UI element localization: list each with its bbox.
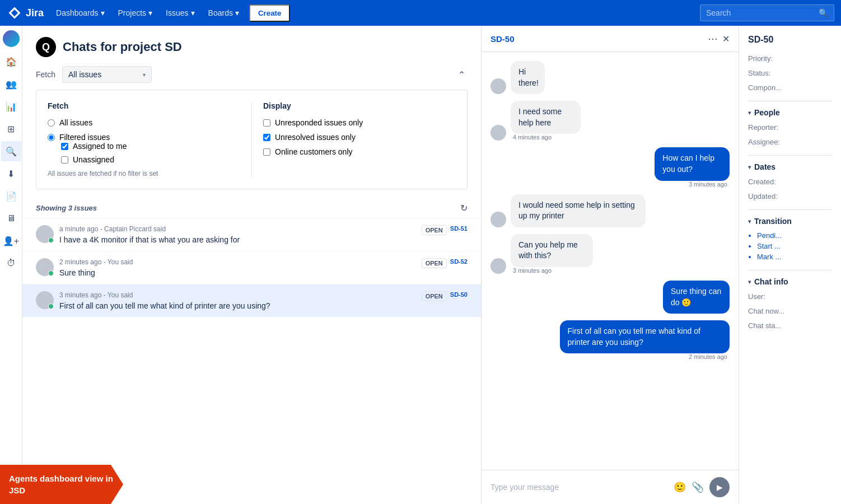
jira-logo[interactable]: Jira [7,5,44,21]
chevron-down-icon: ▾ [101,8,105,17]
online-label: Online customers only [275,147,353,156]
nav-boards[interactable]: Boards ▾ [203,0,245,26]
nav-issues[interactable]: Issues ▾ [160,0,200,26]
unassigned-checkbox[interactable]: Unassigned [61,155,240,164]
avatar [36,291,54,309]
issues-panel: Q Chats for project SD Fetch All issues … [22,26,482,504]
transition-item[interactable]: Mark ... [757,253,832,261]
issue-badges: OPEN SD-51 [422,225,468,235]
issue-item[interactable]: a minute ago - Captain Piccard said I ha… [22,218,481,251]
sidebar-item-clock[interactable]: ⏱ [1,253,21,273]
collapse-button[interactable]: ⌃ [456,67,468,82]
close-icon[interactable]: ✕ [722,34,730,44]
all-issues-radio[interactable]: All issues [48,118,240,127]
component-field: Compon... [748,83,832,92]
message-time: 4 minutes ago [511,134,604,141]
chat-header: SD-50 ⋯ ✕ [482,26,739,52]
avatar[interactable] [3,30,20,47]
issue-badges: OPEN SD-52 [422,258,468,268]
priority-field: Priority: [748,54,832,63]
create-button[interactable]: Create [249,4,291,22]
issue-item[interactable]: 3 minutes ago - You said First of all ca… [22,284,481,317]
unresponded-checkbox[interactable]: Unresponded issues only [263,118,456,127]
dates-section-header[interactable]: ▾ Dates [748,162,832,171]
assignee-field: Assignee: [748,137,832,146]
created-field: Created: [748,177,832,186]
page-icon: Q [36,37,56,57]
nav-projects[interactable]: Projects ▾ [113,0,158,26]
send-button[interactable]: ▶ [709,477,730,497]
unresolved-checkbox-input[interactable] [263,134,270,141]
assignee-label: Assignee: [748,138,780,146]
message-bubble: I need some help here [511,101,581,134]
message-group: I would need some help in setting up my … [490,194,690,227]
transition-section-header[interactable]: ▾ Transition [748,217,832,226]
search-bar[interactable]: 🔍 [700,4,834,21]
attachment-icon[interactable]: 📎 [692,481,704,493]
issue-id-link[interactable]: SD-51 [450,225,468,235]
online-checkbox-input[interactable] [263,148,270,156]
message-group: Sure thing can do 🙂 [641,281,730,314]
transition-section: ▾ Transition Pendi... Start ... Mark ... [748,217,832,261]
sidebar-item-home[interactable]: 🏠 [1,52,21,72]
user-label: User: [748,292,765,301]
unresolved-checkbox[interactable]: Unresolved issues only [263,133,456,142]
people-section-title: People [754,108,780,117]
message-time: 3 minutes ago [511,267,620,274]
divider [748,101,832,101]
transition-item[interactable]: Start ... [757,242,832,250]
refresh-icon[interactable]: ↻ [460,203,468,213]
transition-item[interactable]: Pendi... [757,231,832,240]
unassigned-checkbox-input[interactable] [61,156,68,164]
sidebar-item-tiles[interactable]: ⊞ [1,119,21,139]
all-issues-label: All issues [59,118,92,127]
filtered-issues-radio[interactable]: Filtered issues [48,133,240,142]
filtered-issues-radio-input[interactable] [48,134,55,141]
issue-content: a minute ago - Captain Piccard said I ha… [59,225,416,244]
chevron-down-icon: ▾ [235,8,239,17]
chat-input[interactable] [490,483,668,492]
issue-item[interactable]: 2 minutes ago - You said Sure thing OPEN… [22,251,481,284]
nav-dashboards[interactable]: Dashboards ▾ [50,0,110,26]
status-badge: OPEN [422,225,447,235]
sidebar-item-monitor[interactable]: 🖥 [1,208,21,228]
issue-id-link[interactable]: SD-52 [450,258,468,268]
sidebar-item-add-user[interactable]: 👤+ [1,231,21,251]
assigned-checkbox[interactable]: Assigned to me [61,142,240,151]
message-bubble: How can I help you out? [655,147,730,180]
chat-messages: Hi there! I need some help here 4 minute… [482,52,739,470]
chat-info-section-header[interactable]: ▾ Chat info [748,277,832,286]
updated-field: Updated: [748,192,832,200]
online-indicator [48,270,54,276]
fetch-select[interactable]: All issues ▾ [62,66,152,83]
issue-meta: 3 minutes ago - You said [59,291,416,299]
people-section-header[interactable]: ▾ People [748,108,832,117]
online-checkbox[interactable]: Online customers only [263,147,456,156]
avatar [490,125,506,141]
message-bubble: Sure thing can do 🙂 [663,281,730,314]
more-icon[interactable]: ⋯ [708,32,718,45]
assigned-checkbox-input[interactable] [61,143,68,150]
unresponded-checkbox-input[interactable] [263,119,270,127]
reporter-field: Reporter: [748,123,832,132]
page-header: Q Chats for project SD [22,26,481,66]
status-badge: OPEN [422,258,447,268]
sidebar-item-page[interactable]: 📄 [1,186,21,206]
unresolved-label: Unresolved issues only [275,133,356,142]
chat-start-field: Chat sta... [748,321,832,330]
chevron-down-icon: ▾ [143,72,146,78]
issue-id-link[interactable]: SD-50 [450,291,468,301]
online-indicator [48,237,54,243]
sidebar-item-chart[interactable]: 📊 [1,96,21,116]
sidebar-item-download[interactable]: ⬇ [1,164,21,184]
fetch-row: Fetch All issues ▾ ⌃ [22,66,481,90]
chevron-down-icon: ▾ [748,110,751,116]
sidebar-item-people[interactable]: 👥 [1,74,21,94]
sub-options: Assigned to me Unassigned [61,142,240,164]
all-issues-radio-input[interactable] [48,119,55,127]
fetch-label: Fetch [36,70,55,79]
search-input[interactable] [706,8,814,17]
sidebar-item-search[interactable]: 🔍 [1,141,21,161]
chevron-down-icon: ▾ [748,279,751,285]
emoji-icon[interactable]: 🙂 [674,481,686,493]
